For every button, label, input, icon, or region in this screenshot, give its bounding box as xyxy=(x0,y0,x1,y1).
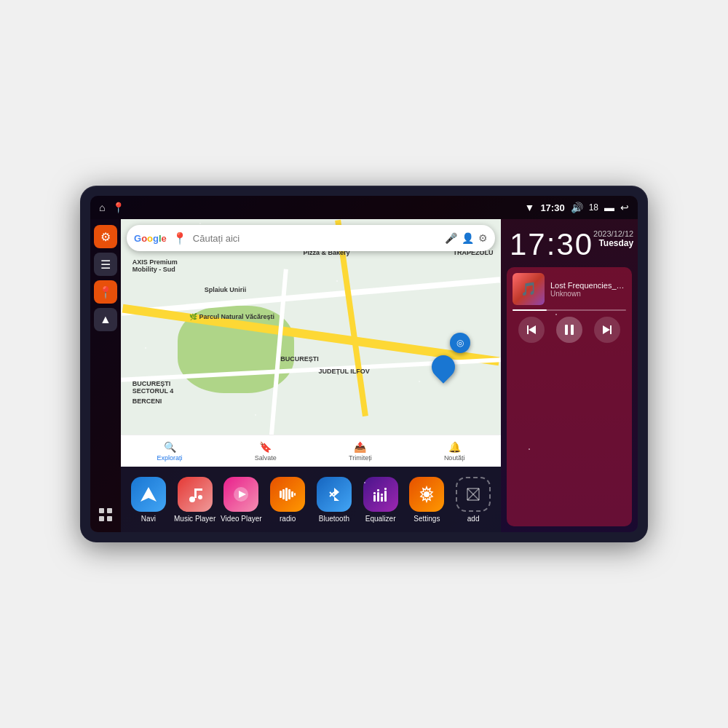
app-video-player[interactable]: Video Player xyxy=(220,477,262,523)
music-player-icon xyxy=(178,477,213,512)
video-player-label: Video Player xyxy=(221,515,262,523)
settings-icon xyxy=(409,477,444,512)
app-settings[interactable]: Settings xyxy=(405,477,448,523)
svg-rect-19 xyxy=(373,495,376,502)
svg-marker-38 xyxy=(603,325,610,334)
map-bottom-nav: 🔍 Explorați 🔖 Salvate 📤 Trimiteți � xyxy=(121,435,501,467)
map-label-park: 🌿 Parcul Natural Văcărești xyxy=(189,313,274,320)
news-icon: 🔔 xyxy=(448,441,461,453)
clock-area: 17:30 2023/12/12 Tuesday xyxy=(501,219,638,267)
map-label-ilfov: JUDEȚUL ILFOV xyxy=(318,368,369,375)
status-right: ▼ 17:30 🔊 18 ▬ ↩ xyxy=(525,202,629,213)
mic-icon[interactable]: 🎤 xyxy=(445,232,457,244)
svg-rect-13 xyxy=(285,488,288,501)
svg-rect-21 xyxy=(377,492,379,502)
map-label-berc: BERCENI xyxy=(132,397,162,405)
radio-label: radio xyxy=(280,515,296,523)
back-icon[interactable]: ↩ xyxy=(620,202,629,213)
sidebar-btn-maps[interactable]: 📍 xyxy=(94,280,117,304)
sidebar-btn-files[interactable]: ☰ xyxy=(94,253,117,276)
status-left: ⌂ 📍 xyxy=(99,202,124,213)
clock-date-day: Tuesday xyxy=(593,238,633,248)
map-background: AXIS PremiumMobility - Sud Pizza & Baker… xyxy=(121,219,501,467)
app-equalizer[interactable]: Equalizer xyxy=(360,477,402,523)
add-icon xyxy=(456,477,491,512)
navi-icon xyxy=(131,477,166,512)
svg-rect-14 xyxy=(288,489,290,499)
album-img: 🎵 xyxy=(513,273,545,305)
status-bar: ⌂ 📍 ▼ 17:30 🔊 18 ▬ ↩ xyxy=(90,196,638,219)
svg-point-6 xyxy=(198,495,202,499)
saved-icon: 🔖 xyxy=(259,441,272,453)
map-searchbar[interactable]: Google 📍 🎤 👤 ⚙ xyxy=(127,225,495,251)
music-controls xyxy=(513,317,626,343)
news-label: Noutăți xyxy=(444,454,465,462)
app-navi[interactable]: Navi xyxy=(127,477,170,523)
maps-status-icon[interactable]: 📍 xyxy=(112,202,124,213)
equalizer-label: Equalizer xyxy=(365,515,396,523)
map-nav-send[interactable]: 📤 Trimiteți xyxy=(349,441,372,462)
device-screen: ⌂ 📍 ▼ 17:30 🔊 18 ▬ ↩ ⚙ ☰ 📍 ▲ xyxy=(90,196,638,532)
clock-display: 17:30 xyxy=(510,229,593,260)
settings-app-label: Settings xyxy=(414,515,440,523)
home-icon[interactable]: ⌂ xyxy=(99,202,105,213)
center-area: AXIS PremiumMobility - Sud Pizza & Baker… xyxy=(121,219,501,532)
sidebar-btn-settings[interactable]: ⚙ xyxy=(94,225,117,248)
svg-rect-36 xyxy=(565,325,568,335)
map-label-axis: AXIS PremiumMobility - Sud xyxy=(132,258,178,273)
svg-rect-12 xyxy=(282,489,285,499)
next-button[interactable] xyxy=(594,317,620,343)
svg-rect-15 xyxy=(291,491,293,497)
map-label-sect: BUCUREȘTISECTORUL 4 xyxy=(132,380,174,395)
music-progress-bar[interactable] xyxy=(513,309,626,311)
music-widget: 🎵 Lost Frequencies_Janie... Unknown xyxy=(507,267,632,526)
settings-map-icon[interactable]: ⚙ xyxy=(478,232,488,244)
app-bluetooth[interactable]: Bluetooth xyxy=(313,477,355,523)
right-panel: 17:30 2023/12/12 Tuesday 🎵 Lost Frequenc… xyxy=(501,219,638,532)
music-text: Lost Frequencies_Janie... Unknown xyxy=(550,281,626,298)
app-music-player[interactable]: Music Player xyxy=(174,477,216,523)
sidebar-btn-navi[interactable]: ▲ xyxy=(94,308,117,331)
map-pin-icon: 📍 xyxy=(173,232,187,245)
svg-rect-39 xyxy=(610,325,612,334)
saved-label: Salvate xyxy=(255,454,277,462)
music-player-label: Music Player xyxy=(174,515,215,523)
svg-rect-1 xyxy=(107,508,112,513)
app-add[interactable]: add xyxy=(452,477,494,523)
google-logo: Google xyxy=(134,233,167,244)
svg-rect-25 xyxy=(384,491,387,502)
volume-icon: 🔊 xyxy=(571,202,583,213)
add-label: add xyxy=(467,515,480,523)
bluetooth-icon xyxy=(317,477,352,512)
music-title: Lost Frequencies_Janie... xyxy=(550,281,626,290)
app-dock: Navi Music Player xyxy=(121,467,501,532)
account-icon[interactable]: 👤 xyxy=(462,232,474,244)
svg-rect-23 xyxy=(381,496,383,502)
map-nav-news[interactable]: 🔔 Noutăți xyxy=(444,441,465,462)
prev-button[interactable] xyxy=(518,317,545,343)
map-container[interactable]: AXIS PremiumMobility - Sud Pizza & Baker… xyxy=(121,219,501,467)
svg-rect-26 xyxy=(384,488,387,490)
explore-icon: 🔍 xyxy=(164,441,176,453)
svg-marker-34 xyxy=(529,325,536,334)
svg-marker-4 xyxy=(141,487,157,502)
explore-label: Explorați xyxy=(157,454,183,462)
map-nav-explore[interactable]: 🔍 Explorați xyxy=(157,441,183,462)
svg-point-5 xyxy=(189,496,195,502)
battery-level: 18 xyxy=(589,202,598,213)
map-nav-saved[interactable]: 🔖 Salvate xyxy=(255,441,277,462)
music-info: 🎵 Lost Frequencies_Janie... Unknown xyxy=(513,273,626,305)
svg-rect-0 xyxy=(99,508,104,513)
svg-rect-8 xyxy=(194,488,202,491)
map-label-splai: Splaiuk Unirii xyxy=(205,286,247,293)
send-label: Trimiteți xyxy=(349,454,372,462)
sidebar-grid-btn[interactable] xyxy=(94,503,117,526)
svg-rect-11 xyxy=(280,491,282,498)
app-radio[interactable]: radio xyxy=(266,477,309,523)
radio-icon xyxy=(270,477,305,512)
svg-rect-24 xyxy=(381,494,383,496)
music-album-art: 🎵 xyxy=(513,273,545,305)
pause-button[interactable] xyxy=(556,317,582,343)
map-search-input[interactable] xyxy=(193,233,439,244)
svg-rect-37 xyxy=(571,325,574,335)
